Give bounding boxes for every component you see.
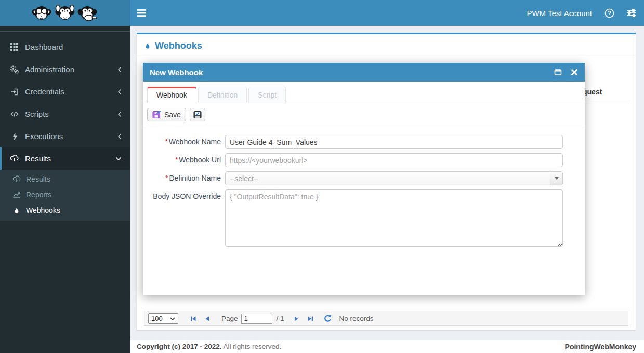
save-button[interactable]: Save [147,108,186,121]
copyright-years: Copyright (c) 2017 - 2022. [137,343,222,350]
last-page-icon [307,315,314,322]
rights-text: All rights reserved. [224,343,282,350]
next-page-icon [293,315,300,322]
body-json-override-textarea[interactable] [225,189,563,247]
maximize-icon [554,69,562,76]
sidebar-item-scripts[interactable]: Scripts [0,103,130,125]
cloud-download-icon [9,155,19,162]
top-navbar: PWM Test Account ? [130,0,644,26]
required-asterisk: * [165,174,168,182]
sidebar-subitem-results[interactable]: Results [0,171,130,187]
sliders-icon [627,9,636,17]
select-dropdown-button[interactable] [550,172,562,185]
logo[interactable] [0,0,130,26]
results-submenu: Results Reports Webhooks [0,170,130,221]
close-button[interactable] [571,69,578,76]
tab-bar: Webhook Definition Script [143,86,585,103]
grid-pager: 100 Page / 1 [144,311,628,326]
page-size-value: 100 [151,315,163,322]
code-icon [9,110,19,118]
application-window: Dashboard Administration Credentials [0,0,644,353]
sidebar-item-label: Dashboard [25,43,63,51]
chevron-down-icon [115,156,122,161]
droplet-icon [12,207,21,214]
form-row: *Webhook Name [148,135,580,149]
save-button-label: Save [164,111,181,119]
page-size-select[interactable]: 100 [148,313,178,324]
form-row: *Webhook Url [148,153,580,167]
webhook-url-input[interactable] [225,153,563,167]
select-value: --select-- [226,174,550,183]
last-page-button[interactable] [307,315,314,322]
previous-page-button[interactable] [204,315,211,322]
sidebar-subitem-webhooks[interactable]: Webhooks [0,202,130,218]
panel-header: Webhooks [137,34,636,58]
next-page-button[interactable] [293,315,300,322]
sidebar-item-label: Executions [25,132,63,141]
modal-header[interactable]: New Webhook [143,63,585,82]
sidebar-subitem-label: Webhooks [26,206,60,214]
total-pages: / 1 [277,315,284,322]
chevron-left-icon [117,133,122,140]
sidebar-item-label: Administration [25,65,74,74]
sidebar-item-dashboard[interactable]: Dashboard [0,36,130,58]
sidebar-subitem-reports[interactable]: Reports [0,187,130,202]
tab-webhook[interactable]: Webhook [147,87,196,103]
definition-name-select[interactable]: --select-- [225,171,563,185]
webhook-name-input[interactable] [225,135,563,149]
footer: Copyright (c) 2017 - 2022. All rights re… [130,340,644,353]
cloud-download-icon [12,175,21,183]
sidebar-subitem-label: Results [26,175,50,183]
copyright-text: Copyright (c) 2017 - 2022. All rights re… [137,343,281,350]
form-row: *Definition Name --select-- [148,171,580,185]
maximize-button[interactable] [554,69,562,76]
help-button[interactable]: ? [604,8,614,18]
body-json-override-label: Body JSON Override [148,189,225,200]
background-table-header-fragment: quest [583,88,602,96]
page-label: Page [221,315,238,322]
grid-icon [9,43,19,51]
page-number-input[interactable] [241,314,272,324]
sidebar-toggle-button[interactable] [137,9,146,17]
sidebar-item-results[interactable]: Results [0,147,130,170]
settings-button[interactable] [627,9,636,17]
sidebar-item-label: Credentials [25,87,64,96]
first-page-button[interactable] [190,315,197,322]
sidebar: Dashboard Administration Credentials [0,0,130,353]
content-area: Webhooks quest New Webhook [130,26,644,340]
bolt-icon [9,132,19,141]
tab-definition[interactable]: Definition [198,87,247,103]
refresh-icon [323,314,332,323]
refresh-button[interactable] [323,314,332,323]
sidebar-subitem-label: Reports [26,191,51,199]
sidebar-item-credentials[interactable]: Credentials [0,80,130,103]
webhook-url-label: *Webhook Url [148,153,225,164]
chart-line-icon [12,191,21,199]
webhook-name-label: *Webhook Name [148,135,225,146]
form-row: Body JSON Override [148,189,580,247]
chevron-left-icon [117,66,122,73]
question-circle-icon: ? [604,8,614,18]
tab-label: Script [258,91,277,99]
tab-script[interactable]: Script [248,87,286,103]
sidebar-item-executions[interactable]: Executions [0,125,130,147]
tab-label: Definition [207,91,238,99]
sidebar-item-administration[interactable]: Administration [0,58,130,80]
sign-in-icon [9,88,19,96]
new-webhook-modal: New Webhook Webhook Definition [143,63,585,295]
save-close-button[interactable] [190,108,205,121]
webhooks-panel: Webhooks quest New Webhook [137,33,636,330]
modal-body: Webhook Definition Script Save [143,82,585,247]
records-status: No records [339,315,374,322]
dropdown-triangle-icon [555,177,559,180]
chevron-left-icon [117,111,122,118]
required-asterisk: * [175,156,178,164]
account-name[interactable]: PWM Test Account [527,9,592,18]
definition-name-label: *Definition Name [148,171,225,182]
first-page-icon [190,315,197,322]
footer-brand: PointingWebMonkey [565,343,636,351]
sidebar-item-label: Scripts [25,110,49,118]
chevron-left-icon [117,88,122,96]
page-title: Webhooks [155,40,202,51]
sidebar-menu: Dashboard Administration Credentials [0,31,130,221]
